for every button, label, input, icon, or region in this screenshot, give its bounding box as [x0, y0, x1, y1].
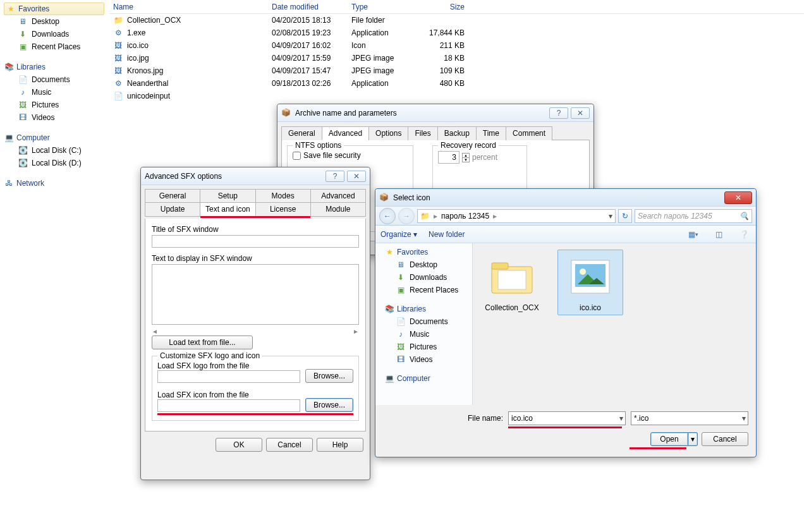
scroll-left-icon[interactable]: ◄ — [152, 328, 158, 335]
logo-path-input[interactable] — [157, 370, 300, 383]
close-button[interactable]: ✕ — [347, 171, 366, 182]
file-row[interactable]: 📁Collection_OCX04/20/2015 18:13File fold… — [109, 14, 804, 27]
filter-input[interactable] — [631, 411, 748, 425]
filter-combo[interactable]: ▾ — [631, 411, 748, 425]
nav-item-documents[interactable]: 📄Documents — [379, 315, 472, 328]
cancel-button[interactable]: Cancel — [702, 432, 748, 446]
chevron-down-icon[interactable]: ▾ — [609, 212, 612, 221]
nav-item-documents[interactable]: 📄Documents — [4, 73, 104, 86]
nav-item-recent-places[interactable]: ▣Recent Places — [379, 284, 472, 296]
col-date[interactable]: Date modified — [272, 3, 351, 11]
titlebar[interactable]: 📦 Archive name and parameters ? ✕ — [277, 104, 593, 122]
help-icon[interactable]: ❔ — [737, 228, 751, 241]
nav-item-music[interactable]: ♪Music — [4, 86, 104, 99]
chevron-down-icon[interactable]: ▾ — [619, 414, 623, 423]
view-mode-button[interactable]: ▦ ▾ — [686, 228, 700, 241]
checkbox[interactable] — [293, 152, 301, 160]
nav-item-music[interactable]: ♪Music — [379, 328, 472, 341]
nav-item-disk-d[interactable]: 💽Local Disk (D:) — [4, 157, 104, 169]
help-button[interactable]: ? — [325, 171, 344, 182]
tab-setup[interactable]: Setup — [200, 190, 255, 202]
nav-item-recent-places[interactable]: ▣Recent Places — [4, 40, 104, 53]
save-security-checkbox[interactable]: Save file security — [293, 151, 408, 160]
open-dropdown-button[interactable]: ▾ — [688, 432, 698, 446]
file-row[interactable]: 🖼ico.ico04/09/2017 16:02Icon211 KB — [109, 39, 804, 52]
thumb-folder[interactable]: Collection_OCX — [479, 250, 545, 315]
browse-logo-button[interactable]: Browse... — [305, 369, 353, 383]
col-name[interactable]: Name — [109, 3, 272, 11]
recovery-input[interactable] — [438, 151, 459, 164]
libraries-icon: 📚 — [384, 304, 394, 314]
load-text-button[interactable]: Load text from file... — [152, 336, 253, 349]
nav-item-pictures[interactable]: 🖼Pictures — [379, 341, 472, 353]
nav-item-downloads[interactable]: ⬇Downloads — [4, 28, 104, 40]
close-button[interactable]: ✕ — [724, 191, 752, 204]
nav-group-favorites[interactable]: ★Favorites — [379, 246, 472, 258]
nav-item-desktop[interactable]: 🖥Desktop — [4, 15, 104, 28]
chevron-down-icon[interactable]: ▾ — [742, 414, 746, 423]
nav-item-label: Downloads — [32, 30, 69, 39]
forward-button[interactable]: → — [398, 208, 415, 224]
tab-general[interactable]: General — [281, 126, 322, 140]
preview-pane-button[interactable]: ◫ — [712, 228, 726, 241]
tab-general[interactable]: General — [145, 190, 200, 202]
close-button[interactable]: ✕ — [571, 107, 590, 119]
titlebar[interactable]: Advanced SFX options ? ✕ — [141, 167, 370, 185]
col-type[interactable]: Type — [351, 3, 424, 11]
browse-icon-button[interactable]: Browse... — [305, 398, 353, 412]
nav-item-videos[interactable]: 🎞Videos — [379, 353, 472, 366]
column-headers[interactable]: Name Date modified Type Size — [109, 0, 804, 14]
cancel-button[interactable]: Cancel — [266, 438, 313, 452]
nav-group-favorites[interactable]: ★ Favorites — [4, 3, 104, 15]
file-row[interactable]: 🖼ico.jpg04/09/2017 15:59JPEG image18 KB — [109, 52, 804, 64]
file-row[interactable]: ⚙Neanderthal09/18/2013 02:26Application4… — [109, 77, 804, 90]
icon-path-input[interactable] — [157, 399, 300, 412]
file-row[interactable]: ⚙1.exe02/08/2015 19:23Application17,844 … — [109, 27, 804, 39]
ok-button[interactable]: OK — [216, 438, 262, 452]
scroll-right-icon[interactable]: ► — [353, 328, 359, 335]
organize-menu[interactable]: Organize ▾ — [380, 230, 417, 239]
arrow-left-icon: ← — [384, 212, 391, 221]
tab-time[interactable]: Time — [476, 126, 506, 140]
breadcrumb[interactable]: 📁 ▸ пароль 12345 ▸ ▾ — [417, 209, 616, 223]
spinner-up-icon[interactable]: ▲ — [462, 153, 470, 158]
col-size[interactable]: Size — [424, 3, 468, 11]
back-button[interactable]: ← — [379, 208, 396, 224]
search-input[interactable]: Search пароль 12345 🔍 — [635, 209, 752, 223]
sfx-title-input[interactable] — [152, 235, 359, 248]
sfx-text-textarea[interactable] — [152, 264, 359, 325]
titlebar[interactable]: 📦 Select icon ✕ — [375, 189, 756, 207]
nav-item-desktop[interactable]: 🖥Desktop — [379, 258, 472, 271]
tab-advanced[interactable]: Advanced — [311, 190, 365, 202]
nav-group-computer[interactable]: 💻Computer — [379, 372, 472, 385]
tab-files[interactable]: Files — [408, 126, 437, 140]
file-row[interactable]: 🖼Kronos.jpg04/09/2017 15:47JPEG image109… — [109, 64, 804, 77]
nav-item-downloads[interactable]: ⬇Downloads — [379, 271, 472, 284]
file-row[interactable]: 📄unicodeinput — [109, 90, 804, 102]
tab-text-and-icon[interactable]: Text and icon — [200, 203, 255, 216]
spinner-down-icon[interactable]: ▼ — [462, 158, 470, 162]
nav-item-videos[interactable]: 🎞Videos — [4, 111, 104, 124]
nav-group-network[interactable]: 🖧Network — [4, 177, 104, 190]
tab-modes[interactable]: Modes — [256, 190, 311, 202]
nav-group-computer[interactable]: 💻Computer — [4, 131, 104, 144]
tab-backup[interactable]: Backup — [437, 126, 477, 140]
tab-update[interactable]: Update — [145, 203, 200, 216]
open-button[interactable]: Open — [650, 432, 688, 446]
refresh-button[interactable]: ↻ — [618, 209, 632, 223]
tab-license[interactable]: License — [256, 203, 311, 216]
nav-item-disk-c[interactable]: 💽Local Disk (C:) — [4, 144, 104, 157]
tab-module[interactable]: Module — [311, 203, 365, 216]
tab-advanced[interactable]: Advanced — [322, 126, 369, 140]
help-button[interactable]: ? — [549, 107, 568, 119]
help-button[interactable]: Help — [317, 438, 363, 452]
filename-combo[interactable]: ▾ — [508, 411, 626, 425]
nav-group-libraries[interactable]: 📚Libraries — [4, 61, 104, 73]
tab-options[interactable]: Options — [368, 126, 408, 140]
nav-item-pictures[interactable]: 🖼Pictures — [4, 99, 104, 111]
new-folder-button[interactable]: New folder — [429, 230, 465, 239]
tab-comment[interactable]: Comment — [506, 126, 552, 140]
nav-group-libraries[interactable]: 📚Libraries — [379, 303, 472, 315]
thumb-icon-selected[interactable]: ico.ico — [557, 250, 623, 315]
filename-input[interactable] — [508, 411, 626, 425]
